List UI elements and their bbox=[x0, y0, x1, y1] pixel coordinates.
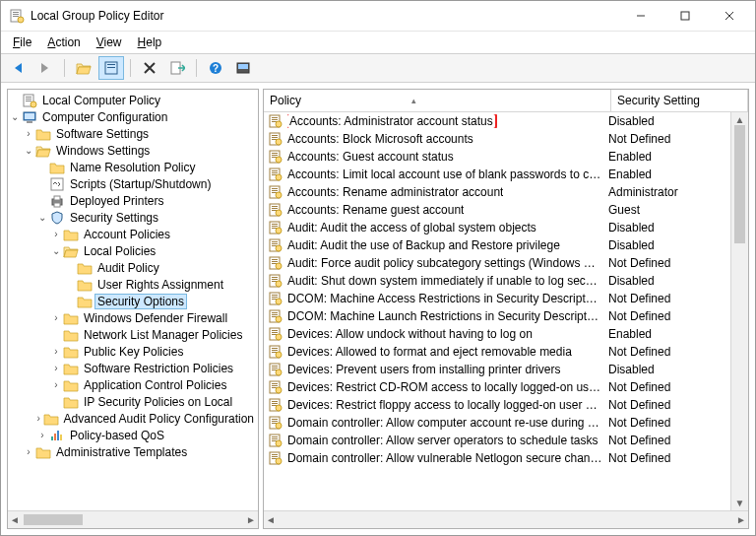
scroll-left-icon: ◄ bbox=[10, 514, 20, 525]
list-row[interactable]: Devices: Prevent users from installing p… bbox=[264, 361, 730, 378]
list-row[interactable]: Accounts: Block Microsoft accounts Not D… bbox=[264, 130, 730, 148]
tree-label: Advanced Audit Policy Configuration bbox=[62, 412, 256, 426]
twisty-icon[interactable]: ⌄ bbox=[22, 145, 35, 156]
minimize-icon bbox=[636, 11, 646, 21]
tree-app-control-policies[interactable]: ›Application Control Policies bbox=[8, 376, 258, 393]
list-row[interactable]: Accounts: Administrator account status D… bbox=[264, 112, 730, 130]
scroll-thumb[interactable] bbox=[734, 125, 745, 243]
tree-deployed-printers[interactable]: Deployed Printers bbox=[8, 192, 258, 209]
delete-button[interactable] bbox=[137, 56, 162, 80]
list-row[interactable]: Devices: Restrict floppy access to local… bbox=[264, 396, 730, 414]
tree-admin-templates[interactable]: ›Administrative Templates bbox=[8, 443, 258, 460]
policy-icon bbox=[268, 344, 284, 360]
twisty-icon[interactable]: › bbox=[49, 312, 63, 323]
list-row[interactable]: Audit: Audit the use of Backup and Resto… bbox=[264, 236, 730, 254]
twisty-icon[interactable]: › bbox=[22, 446, 35, 457]
tree-ipsec-policies[interactable]: IP Security Policies on Local bbox=[8, 393, 258, 410]
tree-advanced-audit[interactable]: ›Advanced Audit Policy Configuration bbox=[8, 410, 258, 427]
folder-up-icon bbox=[76, 60, 92, 76]
tree-user-rights[interactable]: User Rights Assignment bbox=[8, 276, 258, 293]
tree-hscrollbar[interactable]: ◄ ► bbox=[8, 510, 258, 528]
list-row[interactable]: Accounts: Guest account status Enabled bbox=[264, 148, 730, 166]
twisty-icon[interactable]: › bbox=[49, 229, 63, 239]
minimize-button[interactable] bbox=[618, 2, 662, 30]
tree-defender-firewall[interactable]: ›Windows Defender Firewall bbox=[8, 309, 258, 326]
tree-software-settings[interactable]: ›Software Settings bbox=[8, 125, 258, 142]
list-row[interactable]: Devices: Restrict CD-ROM access to local… bbox=[264, 378, 730, 396]
column-header-policy[interactable]: Policy ▴ bbox=[264, 90, 611, 111]
list-row[interactable]: Domain controller: Allow vulnerable Netl… bbox=[264, 449, 730, 467]
cell-setting: Disabled bbox=[602, 221, 730, 234]
tree-local-policies[interactable]: ⌄Local Policies bbox=[8, 242, 258, 259]
tree-root[interactable]: Local Computer Policy bbox=[8, 92, 258, 108]
list-row[interactable]: Devices: Allowed to format and eject rem… bbox=[264, 343, 730, 361]
policy-name: DCOM: Machine Launch Restrictions in Sec… bbox=[287, 309, 602, 323]
menu-action[interactable]: Action bbox=[39, 34, 88, 51]
list-row[interactable]: Accounts: Rename administrator account A… bbox=[264, 183, 730, 201]
policy-icon bbox=[268, 113, 284, 129]
list-row[interactable]: Audit: Force audit policy subcategory se… bbox=[264, 254, 730, 272]
policy-name: Audit: Audit the access of global system… bbox=[287, 221, 536, 234]
twisty-icon[interactable]: ⌄ bbox=[8, 111, 22, 122]
twisty-icon[interactable]: › bbox=[34, 413, 43, 424]
twisty-icon[interactable]: ⌄ bbox=[49, 245, 63, 256]
export-list-button[interactable] bbox=[164, 56, 190, 80]
column-header-setting[interactable]: Security Setting bbox=[611, 90, 748, 111]
list-body[interactable]: Accounts: Administrator account status D… bbox=[264, 112, 730, 510]
twisty-icon[interactable]: › bbox=[49, 379, 63, 390]
list-row[interactable]: DCOM: Machine Access Restrictions in Sec… bbox=[264, 290, 730, 307]
i-computer-icon bbox=[22, 109, 37, 125]
tree-windows-settings[interactable]: ⌄Windows Settings bbox=[8, 142, 258, 159]
list-vscrollbar[interactable]: ▲ ▼ bbox=[730, 112, 748, 510]
tree-label: Computer Configuration bbox=[40, 110, 169, 124]
menu-file[interactable]: File bbox=[5, 34, 39, 51]
list-row[interactable]: Domain controller: Allow server operator… bbox=[264, 432, 730, 449]
policy-icon bbox=[268, 237, 284, 253]
menu-view[interactable]: View bbox=[89, 34, 130, 51]
twisty-icon[interactable]: › bbox=[49, 346, 63, 357]
tree-computer-config[interactable]: ⌄Computer Configuration bbox=[8, 108, 258, 125]
nav-forward-button[interactable] bbox=[32, 56, 58, 80]
list-row[interactable]: Accounts: Rename guest account Guest bbox=[264, 201, 730, 219]
i-folder-icon bbox=[63, 394, 79, 410]
tree-security-settings[interactable]: ⌄Security Settings bbox=[8, 209, 258, 226]
list-row[interactable]: Audit: Audit the access of global system… bbox=[264, 219, 730, 236]
cell-policy: Accounts: Administrator account status bbox=[264, 113, 602, 129]
nav-back-button[interactable] bbox=[5, 56, 31, 80]
scroll-up-icon: ▲ bbox=[735, 114, 745, 125]
tree-scripts[interactable]: Scripts (Startup/Shutdown) bbox=[8, 175, 258, 192]
tree-policy-qos[interactable]: ›Policy-based QoS bbox=[8, 427, 258, 443]
list-row[interactable]: Domain controller: Allow computer accoun… bbox=[264, 414, 730, 432]
tree-security-options[interactable]: Security Options bbox=[8, 293, 258, 309]
menu-help[interactable]: Help bbox=[130, 34, 170, 51]
i-folder-icon bbox=[63, 361, 79, 376]
close-button[interactable] bbox=[707, 2, 751, 30]
cell-policy: Domain controller: Allow computer accoun… bbox=[264, 415, 602, 431]
policy-icon bbox=[268, 131, 284, 147]
show-hide-tree-button[interactable] bbox=[98, 56, 124, 80]
list-row[interactable]: DCOM: Machine Launch Restrictions in Sec… bbox=[264, 307, 730, 325]
list-row[interactable]: Audit: Shut down system immediately if u… bbox=[264, 272, 730, 290]
tree-account-policies[interactable]: ›Account Policies bbox=[8, 226, 258, 242]
tree-software-restriction[interactable]: ›Software Restriction Policies bbox=[8, 360, 258, 376]
help-button[interactable] bbox=[203, 56, 228, 80]
list-row[interactable]: Devices: Allow undock without having to … bbox=[264, 325, 730, 343]
maximize-button[interactable] bbox=[662, 2, 707, 30]
cell-setting: Not Defined bbox=[602, 451, 730, 465]
twisty-icon[interactable]: ⌄ bbox=[35, 212, 49, 223]
list-hscrollbar[interactable]: ◄ ► bbox=[264, 510, 748, 528]
tree-body[interactable]: Local Computer Policy⌄Computer Configura… bbox=[8, 90, 258, 510]
list-row[interactable]: Accounts: Limit local account use of bla… bbox=[264, 166, 730, 183]
tree-audit-policy[interactable]: Audit Policy bbox=[8, 259, 258, 276]
scroll-thumb[interactable] bbox=[24, 514, 83, 525]
console-tree-button[interactable] bbox=[230, 56, 256, 80]
cell-policy: Devices: Allow undock without having to … bbox=[264, 326, 602, 342]
tree-name-resolution[interactable]: Name Resolution Policy bbox=[8, 159, 258, 175]
tree-network-list-manager[interactable]: Network List Manager Policies bbox=[8, 326, 258, 343]
export-icon bbox=[169, 60, 185, 76]
twisty-icon[interactable]: › bbox=[49, 363, 63, 373]
twisty-icon[interactable]: › bbox=[22, 128, 35, 139]
twisty-icon[interactable]: › bbox=[35, 430, 49, 440]
tree-public-key-policies[interactable]: ›Public Key Policies bbox=[8, 343, 258, 360]
up-one-level-button[interactable] bbox=[71, 56, 96, 80]
